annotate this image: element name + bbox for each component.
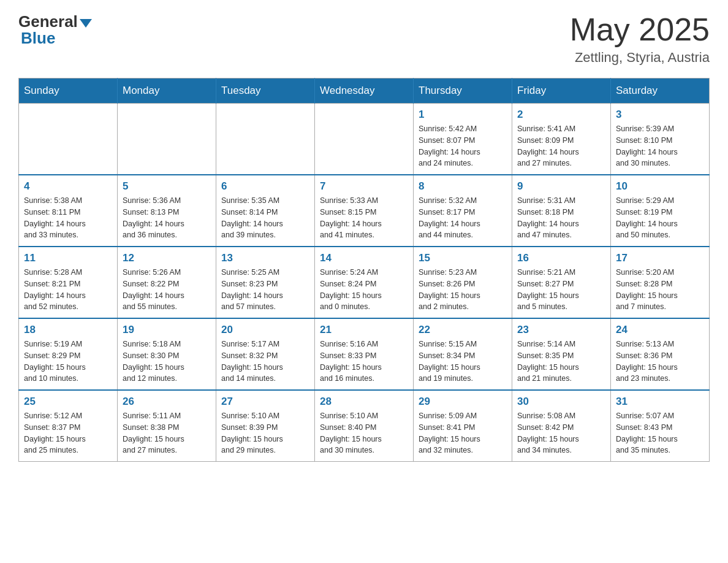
weekday-header-row: SundayMondayTuesdayWednesdayThursdayFrid… [19,79,710,104]
day-info: Sunrise: 5:32 AM Sunset: 8:17 PM Dayligh… [419,195,507,241]
calendar-cell: 5Sunrise: 5:36 AM Sunset: 8:13 PM Daylig… [118,175,216,247]
weekday-header-friday: Friday [512,79,611,104]
calendar-cell: 10Sunrise: 5:29 AM Sunset: 8:19 PM Dayli… [611,175,710,247]
day-number: 9 [517,180,605,193]
day-number: 15 [419,252,507,264]
page-header: General Blue May 2025 Zettling, Styria, … [18,12,710,66]
calendar-cell: 8Sunrise: 5:32 AM Sunset: 8:17 PM Daylig… [414,175,512,247]
day-number: 16 [517,252,605,264]
calendar-cell: 14Sunrise: 5:24 AM Sunset: 8:24 PM Dayli… [315,247,414,318]
day-number: 14 [320,252,408,264]
calendar-cell: 18Sunrise: 5:19 AM Sunset: 8:29 PM Dayli… [19,318,118,390]
day-number: 4 [24,180,112,193]
day-number: 28 [320,396,408,408]
day-info: Sunrise: 5:35 AM Sunset: 8:14 PM Dayligh… [221,195,309,241]
day-number: 31 [616,396,704,408]
calendar-cell: 26Sunrise: 5:11 AM Sunset: 8:38 PM Dayli… [118,390,216,462]
day-info: Sunrise: 5:20 AM Sunset: 8:28 PM Dayligh… [616,267,704,313]
day-info: Sunrise: 5:31 AM Sunset: 8:18 PM Dayligh… [517,195,605,241]
day-info: Sunrise: 5:29 AM Sunset: 8:19 PM Dayligh… [616,195,704,241]
calendar-week-row: 1Sunrise: 5:42 AM Sunset: 8:07 PM Daylig… [19,104,710,175]
weekday-header-thursday: Thursday [414,79,512,104]
title-block: May 2025 Zettling, Styria, Austria [570,12,710,66]
day-info: Sunrise: 5:38 AM Sunset: 8:11 PM Dayligh… [24,195,112,241]
day-number: 2 [517,109,605,121]
calendar-cell: 19Sunrise: 5:18 AM Sunset: 8:30 PM Dayli… [118,318,216,390]
calendar-cell: 3Sunrise: 5:39 AM Sunset: 8:10 PM Daylig… [611,104,710,175]
calendar-cell: 31Sunrise: 5:07 AM Sunset: 8:43 PM Dayli… [611,390,710,462]
day-info: Sunrise: 5:28 AM Sunset: 8:21 PM Dayligh… [24,267,112,313]
day-number: 19 [123,324,211,336]
day-number: 29 [419,396,507,408]
calendar-cell [216,104,315,175]
calendar-week-row: 18Sunrise: 5:19 AM Sunset: 8:29 PM Dayli… [19,318,710,390]
day-info: Sunrise: 5:39 AM Sunset: 8:10 PM Dayligh… [616,123,704,169]
calendar-cell: 30Sunrise: 5:08 AM Sunset: 8:42 PM Dayli… [512,390,611,462]
logo-arrow-icon [80,19,92,28]
day-info: Sunrise: 5:26 AM Sunset: 8:22 PM Dayligh… [123,267,211,313]
day-info: Sunrise: 5:11 AM Sunset: 8:38 PM Dayligh… [123,410,211,456]
day-info: Sunrise: 5:15 AM Sunset: 8:34 PM Dayligh… [419,339,507,385]
calendar-cell: 25Sunrise: 5:12 AM Sunset: 8:37 PM Dayli… [19,390,118,462]
day-info: Sunrise: 5:25 AM Sunset: 8:23 PM Dayligh… [221,267,309,313]
day-info: Sunrise: 5:21 AM Sunset: 8:27 PM Dayligh… [517,267,605,313]
calendar-cell: 4Sunrise: 5:38 AM Sunset: 8:11 PM Daylig… [19,175,118,247]
day-info: Sunrise: 5:41 AM Sunset: 8:09 PM Dayligh… [517,123,605,169]
day-number: 24 [616,324,704,336]
weekday-header-tuesday: Tuesday [216,79,315,104]
month-title: May 2025 [570,12,710,47]
day-info: Sunrise: 5:36 AM Sunset: 8:13 PM Dayligh… [123,195,211,241]
logo-blue-text: Blue [18,29,55,48]
day-number: 25 [24,396,112,408]
day-info: Sunrise: 5:16 AM Sunset: 8:33 PM Dayligh… [320,339,408,385]
day-info: Sunrise: 5:08 AM Sunset: 8:42 PM Dayligh… [517,410,605,456]
day-info: Sunrise: 5:23 AM Sunset: 8:26 PM Dayligh… [419,267,507,313]
day-info: Sunrise: 5:10 AM Sunset: 8:40 PM Dayligh… [320,410,408,456]
day-number: 22 [419,324,507,336]
calendar-cell: 15Sunrise: 5:23 AM Sunset: 8:26 PM Dayli… [414,247,512,318]
day-number: 1 [419,109,507,121]
calendar-week-row: 4Sunrise: 5:38 AM Sunset: 8:11 PM Daylig… [19,175,710,247]
day-number: 20 [221,324,309,336]
location-text: Zettling, Styria, Austria [570,50,710,66]
day-number: 17 [616,252,704,264]
weekday-header-wednesday: Wednesday [315,79,414,104]
day-number: 12 [123,252,211,264]
calendar-cell: 29Sunrise: 5:09 AM Sunset: 8:41 PM Dayli… [414,390,512,462]
calendar-cell: 16Sunrise: 5:21 AM Sunset: 8:27 PM Dayli… [512,247,611,318]
calendar-week-row: 25Sunrise: 5:12 AM Sunset: 8:37 PM Dayli… [19,390,710,462]
day-number: 18 [24,324,112,336]
day-number: 26 [123,396,211,408]
day-number: 10 [616,180,704,193]
calendar-cell: 21Sunrise: 5:16 AM Sunset: 8:33 PM Dayli… [315,318,414,390]
calendar-cell: 9Sunrise: 5:31 AM Sunset: 8:18 PM Daylig… [512,175,611,247]
day-info: Sunrise: 5:42 AM Sunset: 8:07 PM Dayligh… [419,123,507,169]
day-info: Sunrise: 5:33 AM Sunset: 8:15 PM Dayligh… [320,195,408,241]
calendar-cell: 13Sunrise: 5:25 AM Sunset: 8:23 PM Dayli… [216,247,315,318]
day-number: 27 [221,396,309,408]
calendar-cell: 28Sunrise: 5:10 AM Sunset: 8:40 PM Dayli… [315,390,414,462]
day-info: Sunrise: 5:18 AM Sunset: 8:30 PM Dayligh… [123,339,211,385]
weekday-header-sunday: Sunday [19,79,118,104]
day-info: Sunrise: 5:12 AM Sunset: 8:37 PM Dayligh… [24,410,112,456]
weekday-header-monday: Monday [118,79,216,104]
day-info: Sunrise: 5:07 AM Sunset: 8:43 PM Dayligh… [616,410,704,456]
day-number: 23 [517,324,605,336]
day-info: Sunrise: 5:24 AM Sunset: 8:24 PM Dayligh… [320,267,408,313]
day-number: 7 [320,180,408,193]
day-number: 8 [419,180,507,193]
calendar-cell: 6Sunrise: 5:35 AM Sunset: 8:14 PM Daylig… [216,175,315,247]
calendar-cell: 23Sunrise: 5:14 AM Sunset: 8:35 PM Dayli… [512,318,611,390]
calendar-cell: 1Sunrise: 5:42 AM Sunset: 8:07 PM Daylig… [414,104,512,175]
calendar-cell: 17Sunrise: 5:20 AM Sunset: 8:28 PM Dayli… [611,247,710,318]
day-number: 11 [24,252,112,264]
calendar-cell: 11Sunrise: 5:28 AM Sunset: 8:21 PM Dayli… [19,247,118,318]
calendar-cell: 27Sunrise: 5:10 AM Sunset: 8:39 PM Dayli… [216,390,315,462]
calendar-cell: 7Sunrise: 5:33 AM Sunset: 8:15 PM Daylig… [315,175,414,247]
calendar-cell: 2Sunrise: 5:41 AM Sunset: 8:09 PM Daylig… [512,104,611,175]
calendar-cell: 20Sunrise: 5:17 AM Sunset: 8:32 PM Dayli… [216,318,315,390]
calendar-cell: 24Sunrise: 5:13 AM Sunset: 8:36 PM Dayli… [611,318,710,390]
day-number: 30 [517,396,605,408]
day-number: 13 [221,252,309,264]
day-number: 3 [616,109,704,121]
